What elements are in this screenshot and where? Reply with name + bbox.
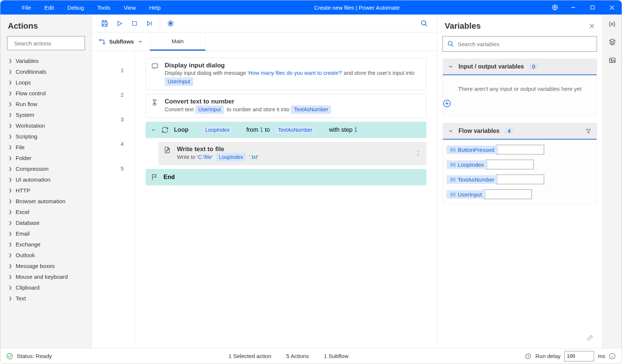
status-selected: 1 Selected action — [228, 353, 271, 359]
search-icon — [447, 41, 454, 47]
action-category[interactable]: ❯Flow control — [0, 88, 89, 99]
run-delay-input[interactable] — [564, 351, 594, 361]
variables-heading: Variables — [445, 21, 481, 31]
actions-search-input[interactable] — [14, 40, 85, 47]
chevron-right-icon: ❯ — [9, 253, 12, 258]
chevron-right-icon: ❯ — [9, 123, 12, 128]
flow-canvas[interactable]: 12345 Display input dialog Display input… — [92, 51, 437, 348]
close-button[interactable] — [602, 0, 622, 15]
step-end[interactable]: End — [146, 169, 426, 185]
menu-file[interactable]: File — [15, 4, 38, 11]
action-category[interactable]: ❯System — [0, 109, 89, 120]
action-category[interactable]: ❯Outlook — [0, 250, 89, 261]
variable-token: LoopIndex — [202, 127, 232, 133]
action-category[interactable]: ❯Database — [0, 217, 89, 228]
stop-button[interactable] — [127, 16, 142, 31]
search-flow-button[interactable] — [417, 16, 432, 31]
close-icon[interactable] — [589, 23, 595, 29]
chevron-right-icon: ❯ — [9, 285, 12, 290]
chevron-right-icon: ❯ — [9, 199, 12, 204]
action-category[interactable]: ❯Workstation — [0, 120, 89, 131]
flow-variables-header[interactable]: Flow variables 4 — [443, 123, 597, 140]
chevron-right-icon: ❯ — [9, 134, 12, 139]
action-category[interactable]: ❯Run flow — [0, 99, 89, 109]
action-category[interactable]: ❯File — [0, 142, 89, 153]
svg-point-12 — [448, 41, 452, 45]
variables-search-input[interactable] — [458, 41, 592, 47]
action-category[interactable]: ❯Message boxes — [0, 261, 89, 271]
subflows-dropdown[interactable]: Subflows — [92, 32, 150, 51]
variable-token: TextAsNumber — [291, 105, 331, 114]
menu-help[interactable]: Help — [143, 4, 168, 11]
globe-icon — [552, 4, 558, 11]
action-category[interactable]: ❯Compression — [0, 163, 89, 174]
action-category[interactable]: ❯Text — [0, 293, 89, 304]
action-category[interactable]: ❯Excel — [0, 207, 89, 217]
variables-search[interactable] — [442, 36, 597, 52]
info-icon[interactable] — [609, 353, 616, 360]
svg-point-5 — [169, 22, 172, 25]
step-write-text-to-file[interactable]: Write text to file Write to 'C:\file' Lo… — [158, 142, 426, 165]
flow-variable[interactable]: (x) TextAsNumber — [447, 175, 593, 184]
action-category[interactable]: ❯HTTP — [0, 185, 89, 196]
action-category[interactable]: ❯Scripting — [0, 131, 89, 142]
chevron-right-icon: ❯ — [9, 112, 12, 117]
actions-heading: Actions — [0, 18, 92, 36]
action-category[interactable]: ❯Exchange — [0, 239, 89, 250]
rail-layers-icon[interactable] — [609, 38, 616, 45]
rail-variables-icon[interactable]: {x} — [609, 20, 616, 27]
variables-panel: Variables Input / output variables 0 The… — [437, 15, 602, 348]
chevron-right-icon: ❯ — [9, 102, 12, 106]
action-category[interactable]: ❯Conditionals — [0, 66, 89, 77]
menu-debug[interactable]: Debug — [61, 4, 91, 11]
action-category[interactable]: ❯Email — [0, 228, 89, 239]
step-convert-text-to-number[interactable]: Convert text to number Convert text User… — [146, 94, 426, 118]
tab-main[interactable]: Main — [150, 32, 206, 51]
titlebar: File Edit Debug Tools View Help Create n… — [0, 0, 622, 15]
action-category[interactable]: ❯Clipboard — [0, 282, 89, 293]
action-categories[interactable]: ❯Variables❯Conditionals❯Loops❯Flow contr… — [0, 55, 92, 348]
eraser-icon[interactable] — [442, 335, 597, 344]
svg-rect-1 — [591, 6, 594, 9]
action-category[interactable]: ❯Variables — [0, 55, 89, 66]
menu-tools[interactable]: Tools — [91, 4, 117, 11]
step-title: Write text to file — [177, 146, 258, 153]
step-more-button[interactable]: ⋮ — [415, 150, 421, 157]
line-number: 5 — [92, 156, 135, 181]
action-category[interactable]: ❯Browser automation — [0, 196, 89, 207]
action-category[interactable]: ❯UI automation — [0, 174, 89, 185]
action-category[interactable]: ❯Folder — [0, 153, 89, 163]
menu-edit[interactable]: Edit — [38, 4, 61, 11]
run-button[interactable] — [112, 16, 127, 31]
save-button[interactable] — [97, 16, 112, 31]
minimize-button[interactable] — [564, 0, 583, 15]
variable-token: TextAsNumber — [275, 127, 315, 133]
filter-icon[interactable] — [585, 128, 591, 134]
svg-point-8 — [103, 42, 105, 44]
actions-search[interactable] — [7, 36, 85, 50]
maximize-button[interactable] — [583, 0, 602, 15]
flow-variable[interactable]: (x) ButtonPressed — [447, 145, 593, 154]
chevron-right-icon: ❯ — [9, 210, 12, 214]
environment-indicator[interactable] — [546, 4, 564, 11]
svg-point-7 — [99, 39, 101, 41]
action-category[interactable]: ❯Loops — [0, 77, 89, 88]
flow-variable[interactable]: (x) UserInput — [447, 189, 593, 199]
line-number: 1 — [92, 58, 135, 82]
action-category[interactable]: ❯Mouse and keyboard — [0, 271, 89, 282]
step-button[interactable] — [142, 16, 157, 31]
loop-icon — [161, 126, 169, 134]
chevron-down-icon — [448, 128, 453, 134]
flag-icon — [151, 173, 158, 181]
add-io-variable-button[interactable] — [443, 96, 597, 116]
window-controls — [564, 0, 622, 15]
chevron-right-icon: ❯ — [9, 188, 12, 193]
io-variables-header[interactable]: Input / output variables 0 — [443, 59, 597, 75]
step-loop[interactable]: Loop LoopIndex from 1 to TextAsNumber wi… — [146, 122, 426, 138]
flow-variable[interactable]: (x) LoopIndex — [447, 160, 593, 169]
menu-view[interactable]: View — [117, 4, 142, 11]
record-button[interactable] — [163, 16, 178, 31]
rail-images-icon[interactable] — [609, 57, 616, 64]
variable-token: UserInput — [195, 105, 224, 114]
step-display-input-dialog[interactable]: Display input dialog Display input dialo… — [146, 58, 426, 90]
